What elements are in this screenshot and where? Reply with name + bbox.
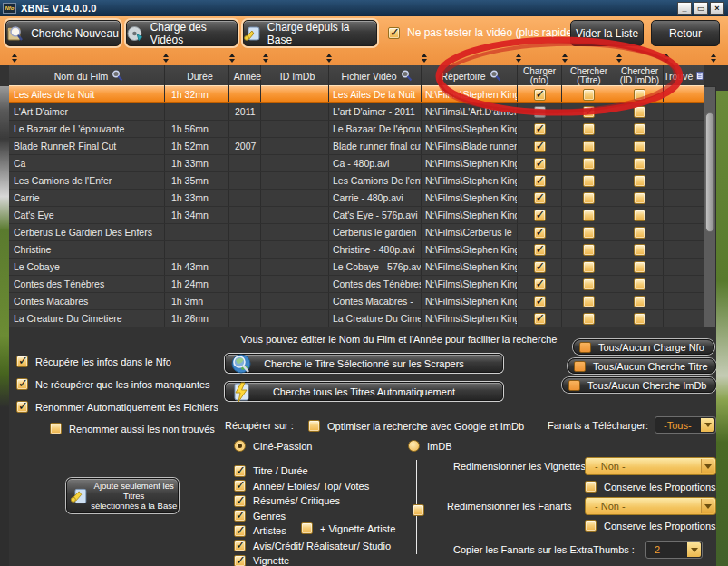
column-sort-handle[interactable] bbox=[663, 54, 670, 63]
header-repertoire[interactable]: Répertoire bbox=[422, 65, 518, 86]
close-button[interactable]: × bbox=[710, 2, 724, 15]
radio-button[interactable] bbox=[234, 440, 246, 452]
checkbox[interactable] bbox=[234, 495, 246, 507]
cell-charger-nfo[interactable] bbox=[518, 276, 562, 292]
checkbox[interactable] bbox=[16, 356, 28, 367]
cell-chercher-titre[interactable] bbox=[562, 121, 616, 137]
checkbox[interactable] bbox=[50, 423, 62, 434]
chercher-titre-checkbox[interactable] bbox=[583, 89, 595, 101]
maximize-button[interactable]: ▭ bbox=[694, 2, 708, 15]
scraper-field-option[interactable]: Vignette bbox=[234, 553, 391, 566]
table-row[interactable]: Cat's Eye 1h 34mn Cat's Eye - 576p.avi N… bbox=[9, 207, 704, 224]
chercher-imdb-checkbox[interactable] bbox=[634, 227, 645, 239]
filter-search-icon[interactable] bbox=[401, 70, 413, 82]
scraper-field-option[interactable]: Genres bbox=[234, 509, 391, 523]
option-vignette-artiste[interactable]: + Vignette Artiste bbox=[301, 522, 395, 534]
header-annee[interactable]: Année bbox=[229, 65, 261, 86]
cell-charger-nfo[interactable] bbox=[518, 155, 562, 171]
charger-nfo-checkbox[interactable] bbox=[534, 313, 546, 325]
cell-chercher-titre[interactable] bbox=[562, 224, 616, 240]
chercher-imdb-checkbox[interactable] bbox=[634, 278, 645, 290]
cell-charger-nfo[interactable] bbox=[518, 190, 562, 206]
chercher-imdb-checkbox[interactable] bbox=[634, 141, 645, 152]
column-sort-handle[interactable] bbox=[325, 54, 333, 63]
chercher-titre-checkbox[interactable] bbox=[583, 227, 595, 239]
checkbox[interactable] bbox=[301, 522, 313, 534]
title-bar[interactable]: Nfo XBNE V14.0.0.0 _ ▭ × bbox=[0, 0, 728, 16]
cell-chercher-imdb[interactable] bbox=[616, 138, 664, 154]
cell-charger-nfo[interactable] bbox=[518, 207, 562, 223]
toggle-all-imdb-button[interactable]: Tous/Aucun Cherche ImDb bbox=[562, 377, 716, 393]
option-optimiser-google-imdb[interactable]: Optimiser la recherche avec Google et Im… bbox=[308, 420, 524, 432]
scrollbar-thumb[interactable] bbox=[705, 112, 714, 232]
search-selected-title-button[interactable]: Cherche le Titre Sélectionné sur les Scr… bbox=[225, 354, 503, 373]
scraper-field-option[interactable]: Titre / Durée bbox=[234, 464, 391, 478]
cell-chercher-titre[interactable] bbox=[562, 172, 616, 189]
cell-chercher-titre[interactable] bbox=[562, 293, 616, 309]
charger-nfo-checkbox[interactable] bbox=[534, 158, 546, 170]
column-sort-handle[interactable] bbox=[421, 54, 428, 63]
charger-nfo-checkbox[interactable] bbox=[534, 141, 546, 152]
checkbox[interactable] bbox=[16, 378, 28, 390]
cell-charger-nfo[interactable] bbox=[518, 224, 562, 240]
chercher-titre-checkbox[interactable] bbox=[583, 106, 595, 118]
charger-nfo-checkbox[interactable] bbox=[534, 123, 546, 135]
cell-chercher-titre[interactable] bbox=[562, 241, 616, 258]
toggle-all-titre-button[interactable]: Tous/Aucun Cherche Titre bbox=[568, 358, 716, 374]
header-fichier-video[interactable]: Fichier Vidéo bbox=[329, 65, 422, 86]
cell-chercher-imdb[interactable] bbox=[616, 190, 664, 206]
chercher-imdb-checkbox[interactable] bbox=[634, 158, 645, 170]
option-conserve-proportions-vignettes[interactable]: Conserve les Proportions bbox=[585, 481, 716, 493]
cell-chercher-imdb[interactable] bbox=[616, 86, 664, 102]
chercher-titre-checkbox[interactable] bbox=[583, 141, 595, 152]
chercher-titre-checkbox[interactable] bbox=[583, 175, 595, 187]
cell-chercher-titre[interactable] bbox=[562, 138, 616, 154]
table-row[interactable]: Le Cobaye 1h 43mn Le Cobaye - 576p.avi N… bbox=[9, 259, 704, 276]
table-row[interactable]: Le Bazaar de L'épouvante 1h 56mn Le Baza… bbox=[9, 121, 704, 138]
checkbox[interactable] bbox=[234, 540, 246, 551]
header-nom-du-film[interactable]: Nom du Film bbox=[9, 65, 165, 86]
table-row[interactable]: Contes des Ténèbres 1h 24mn Contes des T… bbox=[9, 276, 704, 293]
fanarts-download-dropdown[interactable]: -Tous- bbox=[655, 416, 716, 434]
checkbox[interactable] bbox=[585, 481, 597, 493]
chevron-down-icon[interactable] bbox=[701, 499, 714, 513]
chercher-imdb-checkbox[interactable] bbox=[634, 244, 645, 256]
cell-charger-nfo[interactable] bbox=[518, 138, 562, 154]
checkbox[interactable] bbox=[16, 401, 28, 413]
resize-vignettes-dropdown[interactable]: - Non - bbox=[585, 457, 716, 475]
radio-imdb[interactable]: ImDB bbox=[408, 440, 452, 452]
chevron-down-icon[interactable] bbox=[687, 542, 701, 557]
chercher-titre-checkbox[interactable] bbox=[583, 123, 595, 135]
cell-chercher-imdb[interactable] bbox=[616, 293, 664, 309]
cell-chercher-imdb[interactable] bbox=[616, 241, 664, 258]
cell-chercher-imdb[interactable] bbox=[616, 310, 664, 327]
cell-chercher-titre[interactable] bbox=[562, 276, 616, 292]
cell-chercher-imdb[interactable] bbox=[616, 103, 664, 120]
option-recupere-nfo[interactable]: Récupére les infos dans le Nfo bbox=[16, 356, 171, 367]
chercher-imdb-checkbox[interactable] bbox=[634, 261, 645, 273]
chercher-imdb-checkbox[interactable] bbox=[634, 106, 645, 118]
header-duree[interactable]: Durée bbox=[165, 65, 229, 86]
table-row[interactable]: La Creature Du Cimetiere 1h 26mn La Crea… bbox=[9, 310, 704, 327]
header-id-imdb[interactable]: ID ImDb bbox=[261, 65, 329, 86]
cell-chercher-imdb[interactable] bbox=[616, 155, 664, 171]
radio-button[interactable] bbox=[408, 440, 420, 452]
table-row[interactable]: Blade RunneR Final Cut 1h 52mn 2007 Blad… bbox=[9, 138, 704, 155]
minimize-button[interactable]: _ bbox=[677, 2, 692, 15]
table-scrollbar[interactable] bbox=[704, 86, 716, 327]
cell-charger-nfo[interactable] bbox=[518, 103, 562, 120]
checkbox[interactable] bbox=[308, 420, 320, 432]
header-chercher-id-imdb[interactable]: Chercher(ID ImDb) bbox=[616, 65, 664, 86]
cell-chercher-titre[interactable] bbox=[562, 86, 616, 102]
column-sort-handle[interactable] bbox=[561, 54, 568, 63]
chercher-titre-checkbox[interactable] bbox=[583, 244, 595, 256]
search-all-titles-button[interactable]: Cherche tous les Titres Automatiquement bbox=[225, 382, 503, 401]
column-sort-handle[interactable] bbox=[616, 54, 623, 63]
chercher-imdb-checkbox[interactable] bbox=[634, 175, 645, 187]
cell-chercher-imdb[interactable] bbox=[616, 276, 664, 292]
cell-chercher-imdb[interactable] bbox=[616, 121, 664, 137]
column-sort-handle[interactable] bbox=[515, 54, 522, 63]
chevron-down-icon[interactable] bbox=[701, 459, 714, 473]
cell-charger-nfo[interactable] bbox=[518, 259, 562, 275]
checkbox[interactable] bbox=[234, 525, 246, 537]
